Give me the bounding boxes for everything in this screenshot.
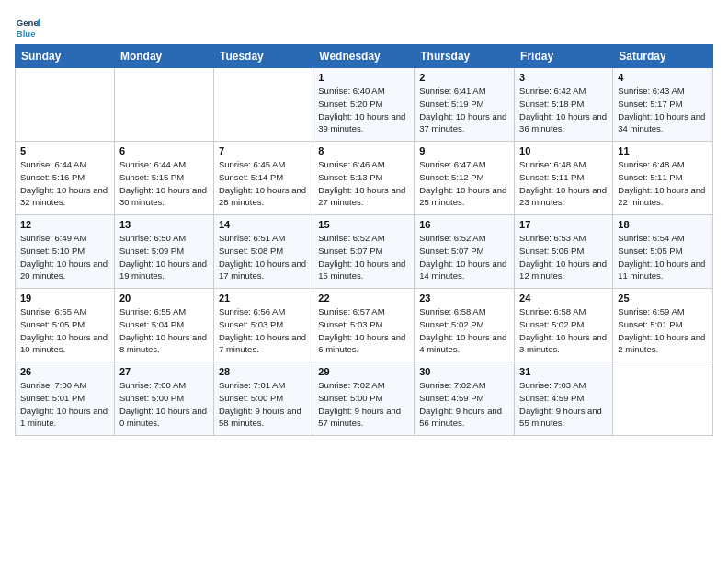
day-number: 8 (318, 145, 409, 156)
day-number: 31 (519, 366, 608, 377)
day-number: 9 (419, 145, 509, 156)
day-number: 5 (20, 145, 109, 156)
calendar-cell: 12Sunrise: 6:49 AMSunset: 5:10 PMDayligh… (16, 215, 115, 289)
day-info: Sunrise: 6:42 AMSunset: 5:18 PMDaylight:… (519, 85, 608, 135)
day-number: 6 (119, 145, 209, 156)
calendar-cell: 24Sunrise: 6:58 AMSunset: 5:02 PMDayligh… (515, 289, 613, 362)
day-number: 2 (419, 72, 509, 83)
page-header: General Blue (15, 15, 713, 40)
col-header-sunday: Sunday (16, 45, 115, 68)
day-info: Sunrise: 6:43 AMSunset: 5:17 PMDaylight:… (618, 85, 708, 135)
calendar-week-1: 1Sunrise: 6:40 AMSunset: 5:20 PMDaylight… (16, 68, 713, 142)
calendar-week-5: 26Sunrise: 7:00 AMSunset: 5:01 PMDayligh… (16, 362, 713, 436)
day-number: 24 (519, 293, 608, 304)
day-info: Sunrise: 6:52 AMSunset: 5:07 PMDaylight:… (318, 232, 409, 282)
calendar-cell: 1Sunrise: 6:40 AMSunset: 5:20 PMDaylight… (313, 68, 415, 142)
day-number: 1 (318, 72, 409, 83)
day-info: Sunrise: 6:48 AMSunset: 5:11 PMDaylight:… (618, 158, 708, 209)
day-info: Sunrise: 6:59 AMSunset: 5:01 PMDaylight:… (618, 305, 708, 356)
calendar-cell (114, 68, 213, 142)
day-number: 18 (618, 219, 708, 230)
calendar-week-2: 5Sunrise: 6:44 AMSunset: 5:16 PMDaylight… (16, 142, 713, 215)
day-number: 19 (20, 293, 109, 304)
day-number: 16 (419, 219, 509, 230)
day-info: Sunrise: 6:52 AMSunset: 5:07 PMDaylight:… (419, 232, 509, 282)
calendar-cell: 16Sunrise: 6:52 AMSunset: 5:07 PMDayligh… (415, 215, 515, 289)
day-info: Sunrise: 6:55 AMSunset: 5:04 PMDaylight:… (119, 305, 209, 356)
day-number: 29 (318, 366, 409, 377)
day-info: Sunrise: 6:54 AMSunset: 5:05 PMDaylight:… (618, 232, 708, 282)
day-number: 22 (318, 293, 409, 304)
day-info: Sunrise: 6:44 AMSunset: 5:16 PMDaylight:… (20, 158, 109, 209)
calendar-cell: 20Sunrise: 6:55 AMSunset: 5:04 PMDayligh… (114, 289, 213, 362)
day-info: Sunrise: 6:41 AMSunset: 5:19 PMDaylight:… (419, 85, 509, 135)
day-number: 13 (119, 219, 209, 230)
day-number: 12 (20, 219, 109, 230)
day-info: Sunrise: 6:48 AMSunset: 5:11 PMDaylight:… (519, 158, 608, 209)
day-number: 28 (219, 366, 308, 377)
day-number: 3 (519, 72, 608, 83)
day-info: Sunrise: 6:40 AMSunset: 5:20 PMDaylight:… (318, 85, 409, 135)
svg-text:Blue: Blue (17, 29, 36, 39)
calendar-cell: 3Sunrise: 6:42 AMSunset: 5:18 PMDaylight… (515, 68, 613, 142)
calendar-cell: 6Sunrise: 6:44 AMSunset: 5:15 PMDaylight… (114, 142, 213, 215)
calendar-cell: 14Sunrise: 6:51 AMSunset: 5:08 PMDayligh… (213, 215, 313, 289)
calendar-cell: 31Sunrise: 7:03 AMSunset: 4:59 PMDayligh… (515, 362, 613, 436)
calendar-cell: 9Sunrise: 6:47 AMSunset: 5:12 PMDaylight… (415, 142, 515, 215)
calendar-cell: 15Sunrise: 6:52 AMSunset: 5:07 PMDayligh… (313, 215, 415, 289)
day-number: 15 (318, 219, 409, 230)
calendar-cell: 27Sunrise: 7:00 AMSunset: 5:00 PMDayligh… (114, 362, 213, 436)
calendar-table: SundayMondayTuesdayWednesdayThursdayFrid… (15, 44, 713, 436)
day-info: Sunrise: 7:00 AMSunset: 5:01 PMDaylight:… (20, 379, 109, 430)
day-info: Sunrise: 6:56 AMSunset: 5:03 PMDaylight:… (219, 305, 308, 356)
day-info: Sunrise: 7:01 AMSunset: 5:00 PMDaylight:… (219, 379, 308, 430)
day-number: 17 (519, 219, 608, 230)
col-header-thursday: Thursday (415, 45, 515, 68)
col-header-saturday: Saturday (613, 45, 713, 68)
day-number: 21 (219, 293, 308, 304)
day-number: 11 (618, 145, 708, 156)
calendar-cell: 8Sunrise: 6:46 AMSunset: 5:13 PMDaylight… (313, 142, 415, 215)
day-info: Sunrise: 6:57 AMSunset: 5:03 PMDaylight:… (318, 305, 409, 356)
calendar-cell: 28Sunrise: 7:01 AMSunset: 5:00 PMDayligh… (213, 362, 313, 436)
day-number: 4 (618, 72, 708, 83)
calendar-cell: 19Sunrise: 6:55 AMSunset: 5:05 PMDayligh… (16, 289, 115, 362)
col-header-wednesday: Wednesday (313, 45, 415, 68)
logo: General Blue (15, 15, 44, 40)
day-info: Sunrise: 6:53 AMSunset: 5:06 PMDaylight:… (519, 232, 608, 282)
calendar-cell: 23Sunrise: 6:58 AMSunset: 5:02 PMDayligh… (415, 289, 515, 362)
day-number: 14 (219, 219, 308, 230)
day-info: Sunrise: 6:45 AMSunset: 5:14 PMDaylight:… (219, 158, 308, 209)
day-info: Sunrise: 7:02 AMSunset: 4:59 PMDaylight:… (419, 379, 509, 430)
day-number: 25 (618, 293, 708, 304)
day-info: Sunrise: 6:46 AMSunset: 5:13 PMDaylight:… (318, 158, 409, 209)
col-header-tuesday: Tuesday (213, 45, 313, 68)
calendar-week-3: 12Sunrise: 6:49 AMSunset: 5:10 PMDayligh… (16, 215, 713, 289)
day-info: Sunrise: 6:44 AMSunset: 5:15 PMDaylight:… (119, 158, 209, 209)
day-info: Sunrise: 7:02 AMSunset: 5:00 PMDaylight:… (318, 379, 409, 430)
day-info: Sunrise: 6:58 AMSunset: 5:02 PMDaylight:… (519, 305, 608, 356)
col-header-friday: Friday (515, 45, 613, 68)
day-number: 7 (219, 145, 308, 156)
day-number: 30 (419, 366, 509, 377)
day-info: Sunrise: 6:50 AMSunset: 5:09 PMDaylight:… (119, 232, 209, 282)
calendar-cell: 30Sunrise: 7:02 AMSunset: 4:59 PMDayligh… (415, 362, 515, 436)
calendar-cell (613, 362, 713, 436)
day-number: 23 (419, 293, 509, 304)
day-info: Sunrise: 6:47 AMSunset: 5:12 PMDaylight:… (419, 158, 509, 209)
day-info: Sunrise: 6:49 AMSunset: 5:10 PMDaylight:… (20, 232, 109, 282)
calendar-cell: 21Sunrise: 6:56 AMSunset: 5:03 PMDayligh… (213, 289, 313, 362)
day-info: Sunrise: 6:55 AMSunset: 5:05 PMDaylight:… (20, 305, 109, 356)
calendar-cell: 11Sunrise: 6:48 AMSunset: 5:11 PMDayligh… (613, 142, 713, 215)
calendar-cell: 4Sunrise: 6:43 AMSunset: 5:17 PMDaylight… (613, 68, 713, 142)
calendar-cell: 25Sunrise: 6:59 AMSunset: 5:01 PMDayligh… (613, 289, 713, 362)
calendar-cell: 10Sunrise: 6:48 AMSunset: 5:11 PMDayligh… (515, 142, 613, 215)
svg-text:General: General (17, 17, 40, 28)
calendar-cell (213, 68, 313, 142)
day-info: Sunrise: 7:00 AMSunset: 5:00 PMDaylight:… (119, 379, 209, 430)
day-info: Sunrise: 6:51 AMSunset: 5:08 PMDaylight:… (219, 232, 308, 282)
calendar-cell: 29Sunrise: 7:02 AMSunset: 5:00 PMDayligh… (313, 362, 415, 436)
calendar-week-4: 19Sunrise: 6:55 AMSunset: 5:05 PMDayligh… (16, 289, 713, 362)
day-number: 20 (119, 293, 209, 304)
day-number: 10 (519, 145, 608, 156)
